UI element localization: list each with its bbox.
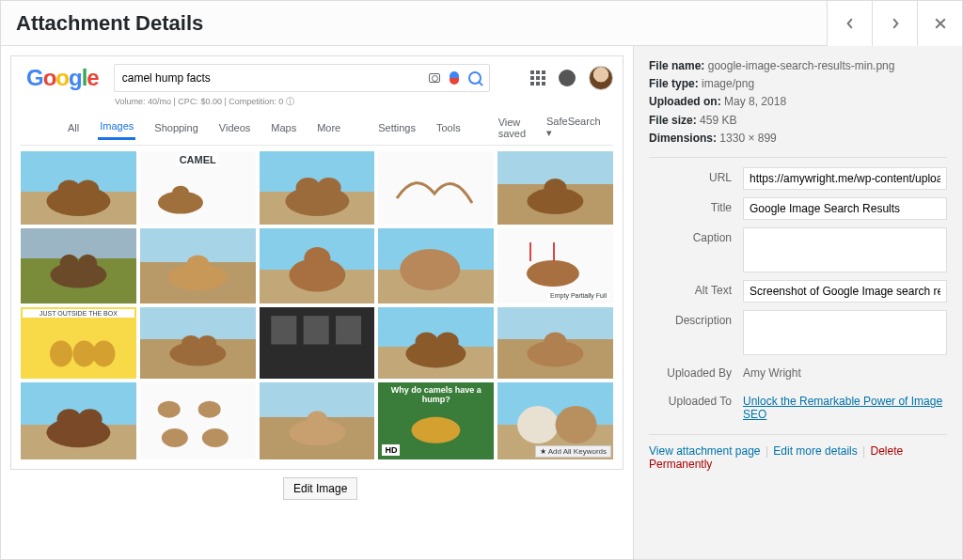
avatar (589, 66, 613, 90)
keyword-stats: Volume: 40/mo | CPC: $0.00 | Competition… (21, 96, 613, 110)
svg-point-32 (545, 332, 567, 350)
view-attachment-link[interactable]: View attachment page (649, 444, 761, 458)
previewed-image: Google Volume: 4 (10, 55, 624, 470)
result-tile (378, 151, 494, 225)
svg-point-14 (186, 255, 209, 273)
attachment-actions: View attachment page | Edit more details… (649, 444, 947, 471)
meta-filesize: 459 KB (700, 114, 736, 127)
svg-point-16 (304, 247, 330, 270)
svg-point-17 (401, 249, 461, 290)
add-keywords-button: ★Add All Keywords (535, 445, 611, 458)
google-logo: Google (21, 65, 104, 91)
caption-input[interactable] (743, 227, 947, 272)
chevron-left-icon (845, 18, 856, 29)
svg-point-34 (57, 409, 82, 429)
field-url: URL (649, 167, 947, 190)
result-tile (260, 228, 375, 303)
attachment-sidebar: File name: google-image-search-results-m… (633, 46, 962, 559)
svg-point-19 (50, 340, 72, 366)
mic-icon (450, 71, 459, 85)
svg-point-4 (172, 186, 189, 199)
svg-rect-27 (336, 316, 361, 344)
tab-more: More (315, 117, 342, 139)
edit-details-link[interactable]: Edit more details (773, 444, 857, 458)
meta-dimensions: 1330 × 899 (719, 132, 776, 145)
hd-badge: HD (382, 444, 400, 456)
svg-point-29 (416, 332, 438, 350)
svg-point-23 (182, 335, 200, 350)
svg-point-11 (60, 255, 79, 272)
chevron-right-icon (890, 18, 901, 29)
tab-shopping: Shopping (152, 117, 200, 139)
field-caption: Caption (649, 227, 947, 272)
url-input[interactable] (743, 167, 947, 190)
svg-point-20 (73, 340, 96, 366)
field-title: Title (649, 197, 947, 220)
description-input[interactable] (743, 310, 947, 355)
result-tile (21, 151, 136, 225)
camera-icon (429, 73, 440, 83)
header-controls (827, 1, 962, 45)
result-tile (140, 382, 256, 459)
tab-all: All (66, 117, 81, 139)
attachment-meta: File name: google-image-search-results-m… (649, 57, 947, 148)
result-tile: JUST OUTSIDE THE BOX (21, 307, 136, 379)
result-tile (497, 307, 613, 379)
svg-point-44 (556, 406, 597, 443)
result-tile (497, 151, 613, 225)
tab-settings: Settings (376, 117, 418, 139)
uploaded-to-link[interactable]: Unlock the Remarkable Power of Image SEO (743, 395, 942, 421)
search-icon (468, 71, 482, 85)
svg-point-39 (202, 428, 229, 447)
google-tabs: All Images Shopping Videos Maps More Set… (21, 110, 613, 146)
result-tile: CAMEL (140, 151, 256, 225)
title-input[interactable] (743, 197, 947, 220)
result-tile: ★Add All Keywords (497, 382, 613, 459)
field-uploaded-by: Uploaded By Amy Wright (649, 363, 947, 383)
svg-point-42 (412, 417, 461, 443)
close-button[interactable] (917, 1, 962, 46)
modal-title: Attachment Details (1, 11, 218, 36)
result-tile (21, 382, 136, 459)
svg-point-18 (527, 260, 579, 287)
svg-point-6 (295, 178, 320, 198)
tab-maps: Maps (269, 117, 298, 139)
notifications-icon (559, 70, 576, 86)
result-tile (21, 228, 136, 303)
meta-filetype: image/png (702, 77, 754, 90)
result-tile (378, 228, 494, 303)
next-button[interactable] (872, 1, 917, 46)
uploaded-by-value: Amy Wright (743, 363, 947, 383)
svg-point-10 (50, 262, 106, 288)
svg-point-12 (78, 255, 97, 272)
meta-uploaded: May 8, 2018 (724, 95, 786, 108)
svg-point-2 (76, 180, 99, 199)
attachment-details-modal: Attachment Details Google (0, 0, 963, 560)
google-topbar: Google (21, 62, 613, 96)
svg-point-24 (197, 335, 216, 350)
svg-point-35 (78, 409, 103, 429)
field-uploaded-to: Uploaded To Unlock the Remarkable Power … (649, 391, 947, 425)
attachment-preview: Google Volume: 4 (1, 46, 633, 559)
google-search-box (114, 64, 490, 92)
result-tile (260, 382, 375, 459)
result-tile (260, 151, 375, 225)
svg-point-43 (517, 406, 559, 443)
alt-text-input[interactable] (743, 280, 947, 303)
result-tile (260, 307, 375, 379)
edit-image-button[interactable]: Edit Image (283, 477, 357, 500)
apps-icon (530, 70, 545, 86)
svg-point-9 (545, 179, 567, 197)
svg-rect-25 (271, 316, 296, 344)
svg-point-21 (92, 340, 115, 366)
result-tile (140, 228, 256, 303)
svg-point-7 (316, 178, 340, 198)
svg-point-38 (162, 428, 188, 447)
svg-point-41 (307, 411, 327, 428)
result-tile: Empty Partially Full (497, 228, 613, 303)
star-icon: ★ (540, 447, 546, 456)
modal-body: Google Volume: 4 (1, 46, 962, 559)
close-icon (935, 18, 946, 29)
prev-button[interactable] (827, 1, 872, 46)
result-tile (378, 307, 494, 379)
